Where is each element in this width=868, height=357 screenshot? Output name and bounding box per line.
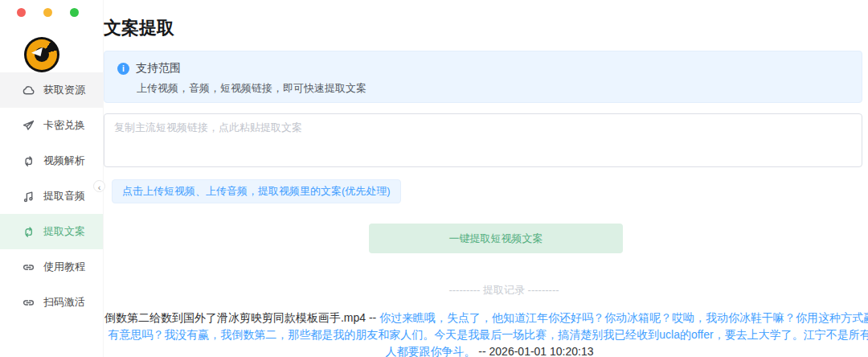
app-logo (24, 37, 59, 72)
zoom-window-button[interactable] (70, 8, 79, 17)
music-note-icon (22, 190, 35, 203)
support-info-alert: 支持范围 上传视频，音频，短视频链接，即可快速提取文案 (104, 51, 862, 103)
sidebar-item-label: 提取文案 (43, 224, 85, 239)
sidebar: 获取资源 卡密兑换 视频解析 提取音频 (0, 0, 104, 357)
info-icon (117, 63, 129, 75)
sidebar-collapse-button[interactable] (93, 180, 105, 192)
sidebar-item-label: 卡密兑换 (43, 118, 85, 133)
swap-loop-icon (22, 154, 35, 168)
sidebar-item-label: 视频解析 (43, 154, 85, 168)
sidebar-item-label: 提取音频 (43, 189, 85, 203)
alert-description: 上传视频，音频，短视频链接，即可快速提取文案 (117, 81, 849, 96)
swap-loop-icon (22, 225, 35, 239)
sidebar-item-get-resources[interactable]: 获取资源 (0, 72, 103, 108)
sidebar-item-tutorial[interactable]: 使用教程 (0, 249, 103, 285)
sidebar-item-label: 获取资源 (43, 83, 85, 97)
link-icon (22, 296, 35, 310)
window-controls (17, 8, 79, 17)
upload-video-tag-button[interactable]: 点击上传短视频、上传音频，提取视频里的文案(优先处理) (112, 179, 401, 203)
sidebar-item-extract-copy[interactable]: 提取文案 (0, 214, 103, 249)
extraction-record: 倒数第二给数到国外了滑冰剪映剪同款模板画手.mp4 -- 你过来瞧哦，失点了，他… (104, 310, 868, 357)
chevron-left-icon (98, 179, 101, 194)
minimize-window-button[interactable] (43, 8, 52, 17)
records-divider: --------- 提取记录 --------- (125, 283, 868, 298)
sidebar-menu: 获取资源 卡密兑换 视频解析 提取音频 (0, 72, 103, 320)
record-filename: 倒数第二给数到国外了滑冰剪映剪同款模板画手.mp4 -- (104, 311, 376, 324)
logo-shutter-slice (31, 47, 43, 56)
sidebar-item-label: 使用教程 (43, 260, 85, 274)
sidebar-item-extract-audio[interactable]: 提取音频 (0, 178, 103, 214)
sidebar-item-card-redeem[interactable]: 卡密兑换 (0, 108, 103, 143)
link-icon (22, 261, 35, 274)
logo-g-bar (49, 54, 55, 58)
app-window: 获取资源 卡密兑换 视频解析 提取音频 (0, 0, 868, 357)
page-title: 文案提取 (104, 16, 862, 40)
send-icon (22, 119, 35, 133)
video-link-input[interactable] (104, 113, 862, 167)
alert-header: 支持范围 (117, 61, 849, 76)
sidebar-item-scan-activate[interactable]: 扫码激活 (0, 285, 103, 320)
main-content: 文案提取 支持范围 上传视频，音频，短视频链接，即可快速提取文案 点击上传短视频… (104, 0, 862, 357)
record-timestamp: -- 2026-01-01 10:20:13 (478, 345, 593, 357)
close-window-button[interactable] (17, 8, 26, 17)
alert-title: 支持范围 (136, 61, 181, 76)
extract-copy-button[interactable]: 一键提取短视频文案 (369, 224, 623, 253)
sidebar-item-label: 扫码激活 (43, 295, 85, 310)
sidebar-item-video-parse[interactable]: 视频解析 (0, 143, 103, 178)
cloud-icon (22, 84, 35, 97)
